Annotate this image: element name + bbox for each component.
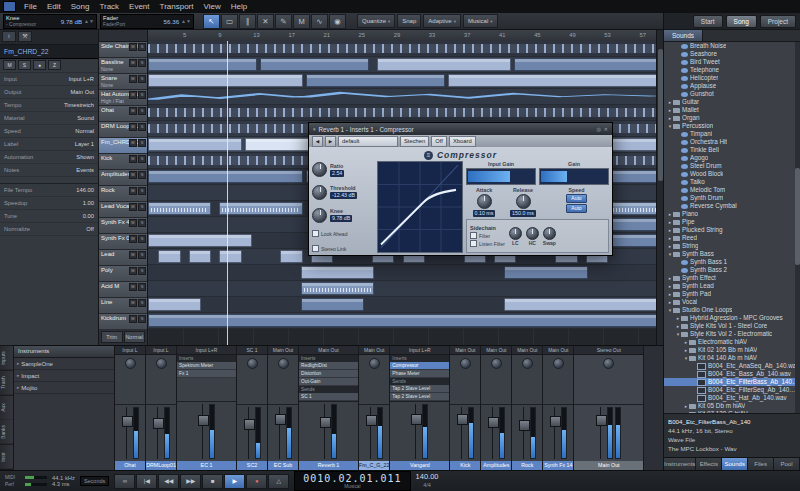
audio-clip[interactable]	[514, 58, 657, 71]
track-lane[interactable]	[148, 281, 657, 297]
browser-tab-title[interactable]: Sounds	[664, 30, 703, 41]
browser-item-kit-02-105-bb-m-hiav[interactable]: ▸Kit 02 105 Bb m hiAV	[664, 346, 800, 354]
release-knob[interactable]	[516, 194, 531, 209]
mixer-channel-ec-sub[interactable]: Main OutEC Sub	[268, 346, 299, 470]
inspector-param-speedup[interactable]: Speedup1.00	[0, 197, 98, 210]
menu-file[interactable]: File	[19, 0, 42, 13]
automation-curve[interactable]	[148, 90, 657, 103]
pan-knob[interactable]	[247, 358, 258, 369]
channel-route[interactable]: Input L	[146, 346, 176, 355]
solo-button[interactable]: S	[138, 187, 146, 195]
channel-route[interactable]: SC 1	[237, 346, 267, 355]
solo-button[interactable]: S	[138, 107, 146, 115]
plugin-window-compressor[interactable]: ▾ Reverb 1 - Inserts 1 - Compressor ◎ ✕ …	[308, 122, 613, 256]
mixer-channel-amplitudes[interactable]: Main OutAmplitudes	[481, 346, 512, 470]
track-header-line[interactable]: LineMS	[99, 298, 147, 314]
channel-route[interactable]: Main Out	[299, 346, 358, 355]
solo-button[interactable]: S	[138, 123, 146, 131]
instrument-item-mojito[interactable]: ▸Mojito	[14, 382, 114, 394]
spinner-icon[interactable]: ▲▼	[181, 18, 191, 24]
pan-knob[interactable]	[491, 358, 502, 369]
bend-tool[interactable]: ∿	[311, 14, 328, 29]
mute-button[interactable]: M	[129, 107, 137, 115]
channel-route[interactable]: Input L+R	[177, 346, 236, 355]
mute-button[interactable]: M	[129, 219, 137, 227]
track-header-amplitudes[interactable]: AmplitudesMS	[99, 170, 147, 186]
preset-prev-icon[interactable]: ◀	[312, 136, 323, 147]
browser-item-electromatic-hiav[interactable]: ▸Electromatic hiAV	[664, 338, 800, 346]
instrument-item-impact[interactable]: ▸Impact	[14, 370, 114, 382]
mixer-channel-sc2[interactable]: SC 1SC2	[237, 346, 268, 470]
volume-fader[interactable]	[488, 407, 497, 459]
mute-button[interactable]: M	[129, 91, 137, 99]
audio-clip[interactable]	[219, 250, 241, 263]
browser-item-seashore[interactable]: Seashore	[664, 50, 800, 58]
inspector-row-output[interactable]: OutputMain Out	[0, 86, 98, 99]
browser-item-taiko[interactable]: Taiko	[664, 178, 800, 186]
solo-button[interactable]: S	[138, 267, 146, 275]
spinner-icon[interactable]: ▲▼	[84, 18, 94, 24]
pan-knob[interactable]	[156, 358, 167, 369]
mute-button[interactable]: M	[129, 171, 137, 179]
inspector-row-notes[interactable]: NotesEvents	[0, 164, 98, 177]
metronome-button[interactable]: △	[268, 474, 289, 489]
swap-knob[interactable]	[543, 227, 556, 240]
browser-item-timpani[interactable]: Timpani	[664, 130, 800, 138]
volume-fader[interactable]	[320, 404, 329, 459]
pan-knob[interactable]	[603, 358, 614, 369]
track-lane[interactable]	[148, 73, 657, 89]
console-tab-inputs[interactable]: Inputs	[0, 346, 13, 371]
browser-item-reed[interactable]: ▸Reed	[664, 234, 800, 242]
toolbar-adaptive[interactable]: Adaptive▾	[423, 14, 461, 28]
solo-button[interactable]: S	[138, 219, 146, 227]
volume-fader[interactable]	[457, 407, 466, 459]
stereo-link-checkbox[interactable]: Stereo Link	[312, 245, 374, 252]
channel-route[interactable]: Input L+R	[390, 346, 449, 355]
mixer-channel-drmloop01[interactable]: Input LDRMLoop01	[146, 346, 177, 470]
time-unit-select[interactable]: Seconds	[80, 476, 109, 486]
audio-clip[interactable]	[306, 74, 445, 87]
track-header-lead-vocal[interactable]: Lead VocalMS	[99, 202, 147, 218]
toolbar-quantize[interactable]: Quantize▾	[357, 14, 395, 28]
audio-clip[interactable]	[189, 250, 211, 263]
mute-button[interactable]: M	[129, 267, 137, 275]
mixer-channel-synth-fx-14[interactable]: Main OutSynth Fx 14	[543, 346, 574, 470]
position-display[interactable]: 0010.02.01.011 Musical	[294, 471, 410, 491]
mute-button[interactable]: M	[129, 123, 137, 131]
browser-tab-sounds[interactable]: Sounds	[722, 458, 748, 470]
browser-tab-instruments[interactable]: Instruments	[664, 458, 696, 470]
window-menu-icon[interactable]: ▾	[313, 126, 316, 132]
console-tab-aux[interactable]: Aux	[0, 396, 13, 421]
audio-clip[interactable]	[280, 250, 302, 263]
mixer-channel-ec-1[interactable]: Input L+RInsertsSpektrum MeterFx 1EC 1	[177, 346, 237, 470]
audio-clip[interactable]	[148, 108, 657, 117]
listen-tool[interactable]: ◉	[329, 14, 346, 29]
send-slot-tap-2-slave-level[interactable]: Tap 2 Slave Level	[390, 385, 449, 393]
inspector-param-normalize[interactable]: NormalizeOff	[0, 223, 98, 236]
browser-item-b004-etc-anaseq-ab-140-wav[interactable]: B004_Etc_AnaSeq_Ab_140.wav	[664, 362, 800, 370]
inspector-row-input[interactable]: InputInput L+R	[0, 73, 98, 86]
plugin-title-bar[interactable]: ▾ Reverb 1 - Inserts 1 - Compressor ◎ ✕	[309, 123, 612, 135]
browser-tab-files[interactable]: Files	[748, 458, 774, 470]
audio-clip[interactable]	[148, 74, 303, 87]
browser-item-telephone[interactable]: Telephone	[664, 66, 800, 74]
inspector-row-tempo[interactable]: TempoTimestretch	[0, 99, 98, 112]
browser-item-string[interactable]: ▸String	[664, 242, 800, 250]
menu-help[interactable]: Help	[226, 0, 252, 13]
volume-fader[interactable]	[411, 404, 420, 459]
track-header-kick[interactable]: KickMS	[99, 154, 147, 170]
solo-button[interactable]: S	[138, 171, 146, 179]
channel-route[interactable]: Main Out	[359, 346, 389, 355]
channel-route[interactable]: Main Out	[481, 346, 511, 355]
mute-button[interactable]: M	[129, 187, 137, 195]
audio-clip[interactable]	[504, 298, 657, 311]
audio-clip[interactable]	[148, 170, 303, 183]
trim-dropdown[interactable]: Trim	[101, 331, 123, 343]
solo-button[interactable]: S	[138, 299, 146, 307]
insert-slot-out-gain[interactable]: Out-Gain	[299, 378, 358, 386]
inspector-row-speed[interactable]: SpeedNormal	[0, 125, 98, 138]
channel-route[interactable]: Main Out	[543, 346, 573, 355]
mute-button[interactable]: M	[129, 203, 137, 211]
browser-item-pipe[interactable]: ▸Pipe	[664, 218, 800, 226]
browser-item-studio-one-loops[interactable]: ▾Studio One Loops	[664, 306, 800, 314]
